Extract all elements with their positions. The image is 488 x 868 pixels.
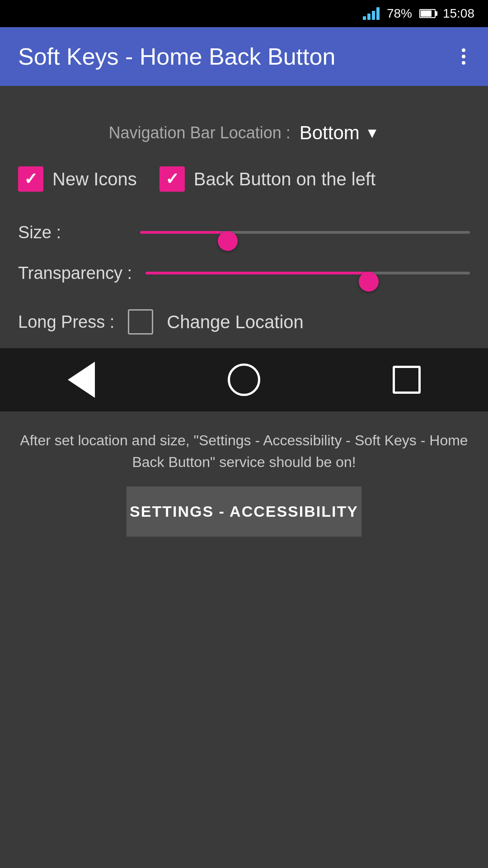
clock: 15:08 <box>443 6 474 21</box>
change-location-checkbox[interactable] <box>128 309 153 335</box>
size-label: Size : <box>18 223 127 242</box>
transparency-slider-container <box>145 259 470 287</box>
new-icons-checkbox[interactable]: ✓ New Icons <box>18 166 137 192</box>
settings-accessibility-button[interactable]: SETTINGS - ACCESSIBILITY <box>127 486 361 537</box>
nav-location-label: Navigation Bar Location : <box>109 123 291 142</box>
dot-1 <box>462 48 465 52</box>
back-button[interactable] <box>59 357 104 402</box>
dot-3 <box>462 61 465 65</box>
recents-icon <box>393 366 421 394</box>
size-slider-container <box>140 219 470 246</box>
back-icon <box>68 362 95 398</box>
size-slider-row: Size : <box>18 219 470 246</box>
nav-buttons-bar <box>0 348 488 411</box>
new-icons-checkbox-box: ✓ <box>18 166 43 192</box>
dot-2 <box>462 55 465 58</box>
change-location-label: Change Location <box>167 312 303 332</box>
checkmark-icon-2: ✓ <box>165 171 179 187</box>
status-bar: 78% 15:08 <box>0 0 488 27</box>
home-button[interactable] <box>221 357 267 402</box>
info-text: After set location and size, "Settings -… <box>18 429 470 473</box>
app-bar: Soft Keys - Home Back Button <box>0 27 488 86</box>
checkboxes-row: ✓ New Icons ✓ Back Button on the left <box>18 166 470 192</box>
recents-button[interactable] <box>384 357 429 402</box>
long-press-label: Long Press : <box>18 312 114 332</box>
app-title: Soft Keys - Home Back Button <box>18 43 335 70</box>
new-icons-label: New Icons <box>52 169 137 189</box>
transparency-slider[interactable] <box>145 272 470 274</box>
nav-location-value: Bottom <box>300 122 360 144</box>
size-slider[interactable] <box>140 231 470 234</box>
checkmark-icon: ✓ <box>24 171 38 187</box>
battery-percent: 78% <box>387 6 412 21</box>
nav-location-dropdown[interactable]: Bottom ▼ <box>300 122 380 144</box>
transparency-label: Transparency : <box>18 264 132 283</box>
more-vert-button[interactable] <box>457 44 470 69</box>
chevron-down-icon: ▼ <box>365 125 380 142</box>
main-content: Navigation Bar Location : Bottom ▼ ✓ New… <box>0 86 488 568</box>
long-press-row: Long Press : Change Location <box>18 309 470 335</box>
transparency-slider-row: Transparency : <box>18 259 470 287</box>
battery-icon <box>419 9 436 18</box>
home-icon <box>228 363 260 396</box>
signal-icon <box>363 7 380 20</box>
back-button-left-checkbox[interactable]: ✓ Back Button on the left <box>160 166 375 192</box>
back-button-left-checkbox-box: ✓ <box>160 166 185 192</box>
nav-location-row: Navigation Bar Location : Bottom ▼ <box>18 122 470 144</box>
back-button-left-label: Back Button on the left <box>194 169 375 189</box>
